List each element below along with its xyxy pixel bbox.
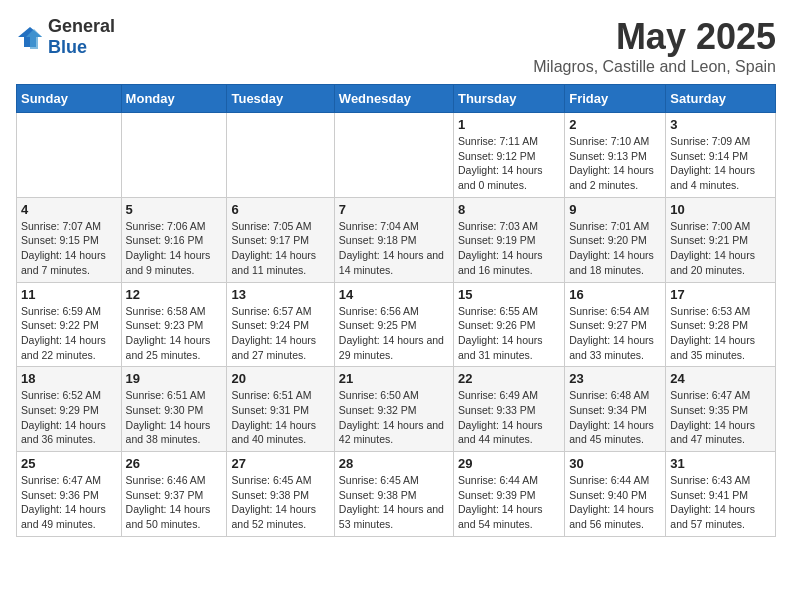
calendar-cell: 27Sunrise: 6:45 AMSunset: 9:38 PMDayligh…	[227, 452, 334, 537]
day-number: 9	[569, 202, 661, 217]
calendar-cell: 29Sunrise: 6:44 AMSunset: 9:39 PMDayligh…	[453, 452, 564, 537]
day-info: Sunrise: 7:00 AMSunset: 9:21 PMDaylight:…	[670, 219, 771, 278]
calendar-cell: 19Sunrise: 6:51 AMSunset: 9:30 PMDayligh…	[121, 367, 227, 452]
day-info: Sunrise: 6:56 AMSunset: 9:25 PMDaylight:…	[339, 304, 449, 363]
header-wednesday: Wednesday	[334, 85, 453, 113]
day-number: 25	[21, 456, 117, 471]
calendar-cell: 13Sunrise: 6:57 AMSunset: 9:24 PMDayligh…	[227, 282, 334, 367]
day-info: Sunrise: 6:49 AMSunset: 9:33 PMDaylight:…	[458, 388, 560, 447]
day-info: Sunrise: 7:04 AMSunset: 9:18 PMDaylight:…	[339, 219, 449, 278]
day-info: Sunrise: 6:48 AMSunset: 9:34 PMDaylight:…	[569, 388, 661, 447]
day-info: Sunrise: 7:05 AMSunset: 9:17 PMDaylight:…	[231, 219, 329, 278]
day-number: 16	[569, 287, 661, 302]
calendar-cell: 17Sunrise: 6:53 AMSunset: 9:28 PMDayligh…	[666, 282, 776, 367]
calendar-cell: 3Sunrise: 7:09 AMSunset: 9:14 PMDaylight…	[666, 113, 776, 198]
day-info: Sunrise: 6:45 AMSunset: 9:38 PMDaylight:…	[339, 473, 449, 532]
calendar-cell: 1Sunrise: 7:11 AMSunset: 9:12 PMDaylight…	[453, 113, 564, 198]
day-info: Sunrise: 6:57 AMSunset: 9:24 PMDaylight:…	[231, 304, 329, 363]
day-info: Sunrise: 7:06 AMSunset: 9:16 PMDaylight:…	[126, 219, 223, 278]
day-number: 2	[569, 117, 661, 132]
calendar-cell: 5Sunrise: 7:06 AMSunset: 9:16 PMDaylight…	[121, 197, 227, 282]
calendar-week-3: 11Sunrise: 6:59 AMSunset: 9:22 PMDayligh…	[17, 282, 776, 367]
header-tuesday: Tuesday	[227, 85, 334, 113]
day-number: 28	[339, 456, 449, 471]
header-saturday: Saturday	[666, 85, 776, 113]
day-number: 14	[339, 287, 449, 302]
logo-text: General Blue	[48, 16, 115, 58]
calendar-cell: 9Sunrise: 7:01 AMSunset: 9:20 PMDaylight…	[565, 197, 666, 282]
calendar-cell: 8Sunrise: 7:03 AMSunset: 9:19 PMDaylight…	[453, 197, 564, 282]
calendar-cell: 24Sunrise: 6:47 AMSunset: 9:35 PMDayligh…	[666, 367, 776, 452]
calendar-cell: 28Sunrise: 6:45 AMSunset: 9:38 PMDayligh…	[334, 452, 453, 537]
calendar-week-1: 1Sunrise: 7:11 AMSunset: 9:12 PMDaylight…	[17, 113, 776, 198]
calendar-cell: 10Sunrise: 7:00 AMSunset: 9:21 PMDayligh…	[666, 197, 776, 282]
calendar-cell: 25Sunrise: 6:47 AMSunset: 9:36 PMDayligh…	[17, 452, 122, 537]
calendar-cell: 14Sunrise: 6:56 AMSunset: 9:25 PMDayligh…	[334, 282, 453, 367]
calendar-cell: 26Sunrise: 6:46 AMSunset: 9:37 PMDayligh…	[121, 452, 227, 537]
day-number: 20	[231, 371, 329, 386]
calendar-cell: 21Sunrise: 6:50 AMSunset: 9:32 PMDayligh…	[334, 367, 453, 452]
day-number: 21	[339, 371, 449, 386]
calendar-cell: 18Sunrise: 6:52 AMSunset: 9:29 PMDayligh…	[17, 367, 122, 452]
calendar-cell: 23Sunrise: 6:48 AMSunset: 9:34 PMDayligh…	[565, 367, 666, 452]
header-friday: Friday	[565, 85, 666, 113]
calendar-cell	[227, 113, 334, 198]
calendar-week-5: 25Sunrise: 6:47 AMSunset: 9:36 PMDayligh…	[17, 452, 776, 537]
day-info: Sunrise: 6:51 AMSunset: 9:30 PMDaylight:…	[126, 388, 223, 447]
calendar-cell: 12Sunrise: 6:58 AMSunset: 9:23 PMDayligh…	[121, 282, 227, 367]
day-number: 3	[670, 117, 771, 132]
calendar-cell: 22Sunrise: 6:49 AMSunset: 9:33 PMDayligh…	[453, 367, 564, 452]
day-number: 15	[458, 287, 560, 302]
day-info: Sunrise: 7:11 AMSunset: 9:12 PMDaylight:…	[458, 134, 560, 193]
title-area: May 2025 Milagros, Castille and Leon, Sp…	[533, 16, 776, 76]
day-info: Sunrise: 7:03 AMSunset: 9:19 PMDaylight:…	[458, 219, 560, 278]
day-info: Sunrise: 6:59 AMSunset: 9:22 PMDaylight:…	[21, 304, 117, 363]
day-info: Sunrise: 7:09 AMSunset: 9:14 PMDaylight:…	[670, 134, 771, 193]
page-subtitle: Milagros, Castille and Leon, Spain	[533, 58, 776, 76]
day-number: 12	[126, 287, 223, 302]
day-number: 19	[126, 371, 223, 386]
header: General Blue May 2025 Milagros, Castille…	[16, 16, 776, 76]
calendar-cell: 31Sunrise: 6:43 AMSunset: 9:41 PMDayligh…	[666, 452, 776, 537]
day-info: Sunrise: 7:07 AMSunset: 9:15 PMDaylight:…	[21, 219, 117, 278]
day-number: 5	[126, 202, 223, 217]
calendar-week-2: 4Sunrise: 7:07 AMSunset: 9:15 PMDaylight…	[17, 197, 776, 282]
day-info: Sunrise: 6:45 AMSunset: 9:38 PMDaylight:…	[231, 473, 329, 532]
day-number: 4	[21, 202, 117, 217]
day-info: Sunrise: 6:55 AMSunset: 9:26 PMDaylight:…	[458, 304, 560, 363]
header-monday: Monday	[121, 85, 227, 113]
calendar-cell: 16Sunrise: 6:54 AMSunset: 9:27 PMDayligh…	[565, 282, 666, 367]
calendar-cell: 20Sunrise: 6:51 AMSunset: 9:31 PMDayligh…	[227, 367, 334, 452]
calendar-cell	[121, 113, 227, 198]
calendar-cell: 15Sunrise: 6:55 AMSunset: 9:26 PMDayligh…	[453, 282, 564, 367]
day-number: 7	[339, 202, 449, 217]
calendar-cell: 6Sunrise: 7:05 AMSunset: 9:17 PMDaylight…	[227, 197, 334, 282]
calendar-cell: 4Sunrise: 7:07 AMSunset: 9:15 PMDaylight…	[17, 197, 122, 282]
day-info: Sunrise: 6:54 AMSunset: 9:27 PMDaylight:…	[569, 304, 661, 363]
logo-blue: Blue	[48, 37, 87, 57]
day-info: Sunrise: 6:44 AMSunset: 9:40 PMDaylight:…	[569, 473, 661, 532]
day-info: Sunrise: 7:01 AMSunset: 9:20 PMDaylight:…	[569, 219, 661, 278]
calendar-cell: 30Sunrise: 6:44 AMSunset: 9:40 PMDayligh…	[565, 452, 666, 537]
page-title: May 2025	[533, 16, 776, 58]
day-info: Sunrise: 6:43 AMSunset: 9:41 PMDaylight:…	[670, 473, 771, 532]
calendar-table: SundayMondayTuesdayWednesdayThursdayFrid…	[16, 84, 776, 537]
day-number: 29	[458, 456, 560, 471]
day-number: 17	[670, 287, 771, 302]
calendar-cell: 11Sunrise: 6:59 AMSunset: 9:22 PMDayligh…	[17, 282, 122, 367]
calendar-cell: 2Sunrise: 7:10 AMSunset: 9:13 PMDaylight…	[565, 113, 666, 198]
day-info: Sunrise: 6:46 AMSunset: 9:37 PMDaylight:…	[126, 473, 223, 532]
day-number: 11	[21, 287, 117, 302]
calendar-cell	[334, 113, 453, 198]
header-sunday: Sunday	[17, 85, 122, 113]
logo-icon	[16, 23, 44, 51]
day-number: 22	[458, 371, 560, 386]
day-number: 10	[670, 202, 771, 217]
day-number: 26	[126, 456, 223, 471]
day-info: Sunrise: 6:47 AMSunset: 9:36 PMDaylight:…	[21, 473, 117, 532]
day-number: 27	[231, 456, 329, 471]
calendar-week-4: 18Sunrise: 6:52 AMSunset: 9:29 PMDayligh…	[17, 367, 776, 452]
calendar-header-row: SundayMondayTuesdayWednesdayThursdayFrid…	[17, 85, 776, 113]
logo-general: General	[48, 16, 115, 36]
day-info: Sunrise: 6:50 AMSunset: 9:32 PMDaylight:…	[339, 388, 449, 447]
